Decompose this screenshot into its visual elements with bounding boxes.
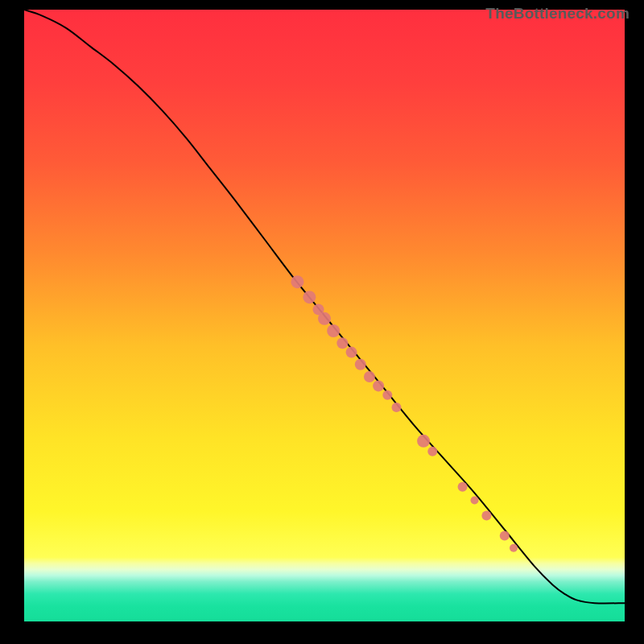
data-marker: [373, 380, 384, 391]
plot-area: [24, 10, 625, 621]
data-marker: [327, 324, 340, 337]
data-marker: [417, 435, 430, 448]
data-marker: [318, 312, 331, 325]
data-marker: [481, 511, 491, 521]
data-marker: [303, 291, 316, 303]
data-marker: [346, 347, 357, 358]
watermark-text: TheBottleneck.com: [485, 5, 630, 23]
data-marker: [510, 544, 518, 552]
data-marker: [355, 359, 366, 370]
data-marker: [336, 337, 348, 349]
data-marker: [392, 402, 402, 412]
chart-stage: TheBottleneck.com: [0, 0, 644, 644]
data-marker: [427, 447, 437, 456]
data-marker: [458, 482, 468, 492]
data-marker: [471, 497, 479, 505]
data-marker: [382, 390, 392, 400]
curve-layer: [24, 10, 625, 621]
data-marker: [500, 531, 510, 541]
data-marker: [364, 371, 375, 382]
data-marker: [291, 275, 303, 288]
bottleneck-curve: [24, 10, 625, 603]
